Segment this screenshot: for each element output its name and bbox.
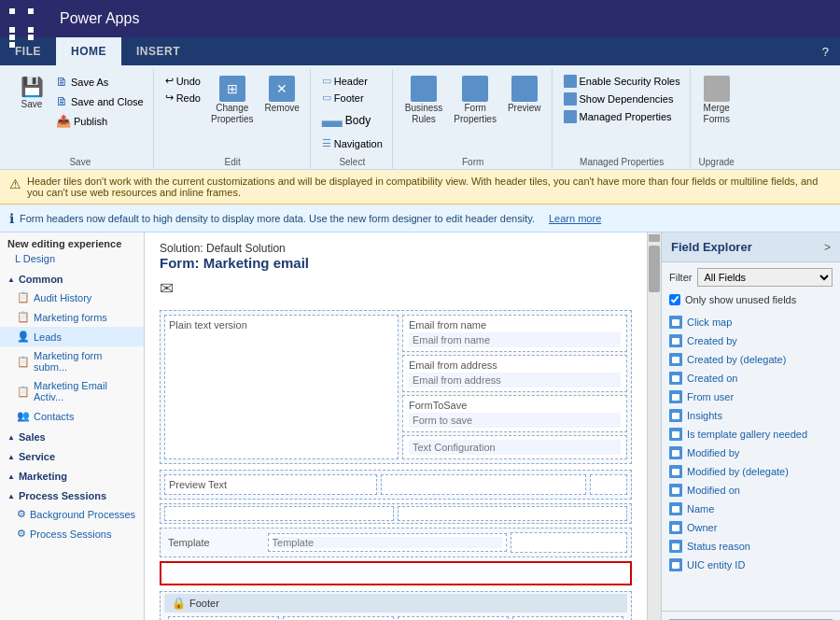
selected-field-row[interactable] xyxy=(160,561,632,585)
fe-item-modified-by[interactable]: Modified by xyxy=(662,444,840,462)
managed-properties-button[interactable]: Managed Properties xyxy=(560,108,676,125)
change-properties-button[interactable]: ⊞ ChangeProperties xyxy=(206,73,259,128)
redo-button[interactable]: ↪ Redo xyxy=(161,90,204,106)
show-dependencies-button[interactable]: Show Dependencies xyxy=(560,91,678,107)
save-icon: 💾 xyxy=(21,76,44,98)
sidebar-item-contacts[interactable]: 👥 Contacts xyxy=(0,406,144,426)
fe-item-uic-entity-id[interactable]: UIC entity ID xyxy=(662,556,840,574)
fe-item-icon xyxy=(669,540,682,553)
sidebar-item-marketing-forms[interactable]: 📋 Marketing forms xyxy=(0,307,144,327)
ribbon-group-edit: ↩ Undo ↪ Redo ⊞ ChangeProperties ✕ Remov… xyxy=(156,69,311,169)
body-button[interactable]: ▬ Body xyxy=(318,106,374,134)
fe-item-icon xyxy=(669,502,682,515)
security-roles-icon xyxy=(564,75,577,88)
fe-item-owner[interactable]: Owner xyxy=(662,518,840,537)
save-close-button[interactable]: 🗎 Save and Close xyxy=(52,92,147,110)
contacts-icon: 👥 xyxy=(17,410,30,422)
fe-item-icon xyxy=(669,353,682,366)
save-as-button[interactable]: 🗎 Save As xyxy=(52,73,147,91)
help-button[interactable]: ? xyxy=(811,37,840,65)
fe-item-click-map[interactable]: Click map xyxy=(662,313,840,331)
fe-item-created-on[interactable]: Created on xyxy=(662,369,840,388)
fe-item-from-user[interactable]: From user xyxy=(662,388,840,406)
save-button[interactable]: 💾 Save xyxy=(13,73,50,113)
field-explorer-header: Field Explorer > xyxy=(662,232,840,262)
enable-security-roles-button[interactable]: Enable Security Roles xyxy=(560,73,684,90)
footer-icon: ▭ xyxy=(322,92,331,104)
form-to-save-input[interactable] xyxy=(409,413,621,428)
tab-insert[interactable]: INSERT xyxy=(121,37,195,65)
sidebar-section-process[interactable]: Process Sessions xyxy=(0,485,144,504)
form-scrollbar[interactable] xyxy=(648,232,661,620)
form-name: Form: Marketing email xyxy=(160,255,632,271)
leads-icon: 👤 xyxy=(17,331,30,343)
form-to-save-field: FormToSave xyxy=(402,395,627,432)
fe-item-icon xyxy=(669,521,682,534)
sidebar-item-bg-processes[interactable]: ⚙ Background Processes xyxy=(0,504,144,524)
field-explorer-expand[interactable]: > xyxy=(824,241,831,254)
form-canvas: Plain text version Email from name Email… xyxy=(145,303,647,620)
merge-forms-icon xyxy=(704,76,730,102)
email-from-name-input[interactable] xyxy=(409,332,621,347)
preview-icon xyxy=(511,76,538,102)
warning-text: Header tiles don't work with the current… xyxy=(27,176,831,198)
fe-item-name[interactable]: Name xyxy=(662,500,840,518)
undo-button[interactable]: ↩ Undo xyxy=(161,73,204,89)
sidebar-section-service[interactable]: Service xyxy=(0,445,144,465)
business-rules-button[interactable]: BusinessRules xyxy=(400,73,448,128)
fe-item-modified-on[interactable]: Modified on xyxy=(662,481,840,500)
sidebar-item-mkt-form-subm[interactable]: 📋 Marketing form subm... xyxy=(0,346,144,376)
unused-fields-label: Only show unused fields xyxy=(685,294,796,305)
navigation-icon: ☰ xyxy=(322,137,331,149)
fe-item-created-by[interactable]: Created by xyxy=(662,331,840,350)
publish-button[interactable]: 📤 Publish xyxy=(52,112,147,130)
sidebar: New editing experience L Design Common 📋… xyxy=(0,232,145,620)
form-properties-button[interactable]: FormProperties xyxy=(449,73,501,128)
merge-forms-button[interactable]: MergeForms xyxy=(698,73,735,128)
fe-item-modified-by-delegate[interactable]: Modified by (delegate) xyxy=(662,462,840,481)
email-from-address-input[interactable] xyxy=(409,373,621,388)
template-input[interactable] xyxy=(273,537,502,548)
remove-button[interactable]: ✕ Remove xyxy=(260,73,304,117)
preview-button[interactable]: Preview xyxy=(503,73,546,117)
fe-item-icon xyxy=(669,484,682,497)
dependencies-icon xyxy=(564,92,577,106)
sidebar-item-audit-history[interactable]: 📋 Audit History xyxy=(0,288,144,307)
fe-item-status-reason[interactable]: Status reason xyxy=(662,537,840,556)
fe-item-insights[interactable]: Insights xyxy=(662,406,840,425)
sidebar-section-common[interactable]: Common xyxy=(0,268,144,288)
template-label: Template xyxy=(168,537,210,548)
unused-fields-row: Only show unused fields xyxy=(662,292,840,311)
form-header: Solution: Default Solution Form: Marketi… xyxy=(145,232,647,276)
header-button[interactable]: ▭ Header xyxy=(318,73,371,89)
sidebar-section-marketing[interactable]: Marketing xyxy=(0,465,144,485)
tab-home[interactable]: HOME xyxy=(56,37,121,65)
navigation-button[interactable]: ☰ Navigation xyxy=(318,135,386,151)
sidebar-item-mkt-email-activ[interactable]: 📋 Marketing Email Activ... xyxy=(0,376,144,406)
learn-more-link[interactable]: Learn more xyxy=(549,213,601,224)
remove-icon: ✕ xyxy=(269,76,295,102)
fe-item-template-gallery[interactable]: Is template gallery needed xyxy=(662,425,840,444)
field-list: Click map Created by Created by (delegat… xyxy=(662,311,840,611)
sidebar-item-process-sessions[interactable]: ⚙ Process Sessions xyxy=(0,524,144,543)
mktemail-icon: 📋 xyxy=(17,386,30,398)
tab-file[interactable]: FILE xyxy=(0,37,56,65)
footer-label: Footer xyxy=(189,598,219,609)
text-config-input[interactable] xyxy=(409,440,621,455)
text-config-field xyxy=(402,435,627,459)
saveclose-icon: 🗎 xyxy=(56,94,68,108)
sidebar-section-sales[interactable]: Sales xyxy=(0,426,144,445)
footer-button[interactable]: ▭ Footer xyxy=(318,90,368,106)
procsess-icon: ⚙ xyxy=(17,528,26,540)
redo-icon: ↪ xyxy=(165,92,174,104)
ribbon-group-upgrade: MergeForms Upgrade xyxy=(693,69,741,169)
audit-icon: 📋 xyxy=(17,291,30,303)
sidebar-item-leads[interactable]: 👤 Leads xyxy=(0,327,144,346)
fe-item-icon xyxy=(669,409,682,422)
design-link[interactable]: L Design xyxy=(0,251,144,268)
unused-fields-checkbox[interactable] xyxy=(669,294,680,305)
fe-item-created-by-delegate[interactable]: Created by (delegate) xyxy=(662,350,840,369)
fe-item-icon xyxy=(669,558,682,571)
form-canvas-area: Solution: Default Solution Form: Marketi… xyxy=(145,232,648,620)
filter-select[interactable]: All Fields Unused Fields Required Fields xyxy=(697,268,833,287)
